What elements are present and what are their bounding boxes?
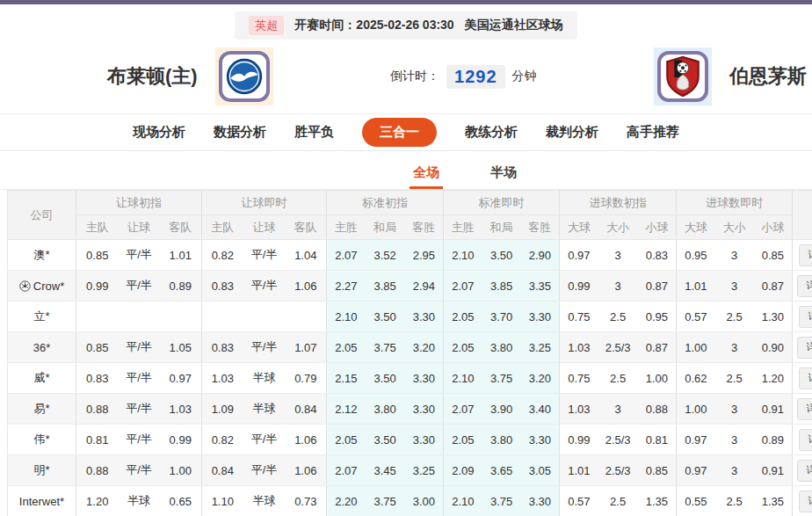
odds-cell: 0.99 (160, 425, 202, 455)
nav-referee-analysis[interactable]: 裁判分析 (546, 124, 598, 141)
odds-cell: 0.87 (638, 271, 677, 302)
period-subtabs: 全场 半场 (0, 151, 812, 190)
nav-win-draw-lose[interactable]: 胜平负 (294, 124, 334, 141)
odds-cell: 3.25 (405, 455, 444, 486)
odds-cell: 0.91 (754, 394, 793, 425)
group-handicap-initial: 让球初指 (76, 191, 202, 215)
odds-cell: 平/半 (243, 425, 286, 455)
odds-cell: 0.97 (677, 425, 715, 455)
group-goals-initial: 进球数初指 (560, 191, 677, 215)
odds-cell: 0.79 (286, 363, 327, 394)
detail-button[interactable]: 详 (797, 337, 812, 359)
company-cell: 明* (8, 455, 76, 486)
odds-cell: 1.03 (560, 332, 598, 363)
col-detail (793, 191, 812, 240)
detail-button[interactable]: 详 (799, 367, 812, 389)
detail-button[interactable]: 详 (797, 460, 812, 482)
odds-cell: 平/半 (243, 332, 286, 363)
football-icon (19, 280, 33, 293)
company-cell: 易* (8, 394, 76, 425)
odds-cell: 0.97 (677, 455, 715, 486)
odds-cell: 0.87 (638, 332, 677, 363)
odds-cell: 2.5/3 (598, 455, 638, 486)
nav-live-analysis[interactable]: 现场分析 (133, 124, 185, 141)
odds-cell: 3.90 (482, 394, 521, 425)
odds-cell: 1.03 (560, 394, 598, 425)
odds-cell: 3.80 (482, 332, 521, 363)
odds-cell: 3.30 (405, 394, 444, 425)
venue-name: 美国运通社区球场 (465, 18, 563, 33)
odds-cell: 3.30 (521, 486, 560, 516)
table-row: 36*0.85平/半1.050.83平/半1.072.053.753.202.0… (8, 332, 812, 363)
away-team-logo (654, 47, 712, 105)
tab-half-match[interactable]: 半场 (487, 164, 520, 189)
odds-cell: 3.35 (521, 271, 560, 302)
odds-cell: 2.05 (327, 425, 366, 455)
odds-cell: 1.07 (286, 332, 327, 363)
subcol: 客胜 (405, 215, 444, 240)
odds-cell: 0.89 (754, 425, 793, 455)
odds-table: 公司 让球初指 让球即时 标准初指 标准即时 进球数初指 进球数即时 主队 让球… (7, 190, 812, 516)
detail-button[interactable]: 详 (799, 429, 812, 451)
odds-cell: 1.00 (677, 394, 715, 425)
odds-cell: 平/半 (243, 240, 286, 271)
odds-cell: 2.07 (327, 455, 366, 486)
odds-cell (160, 302, 202, 332)
detail-button[interactable]: 详 (799, 244, 812, 266)
odds-cell: 3.85 (482, 271, 521, 302)
subcol: 客胜 (521, 215, 560, 240)
odds-cell: 2.05 (327, 332, 366, 363)
nav-three-in-one[interactable]: 三合一 (362, 118, 437, 147)
countdown: 倒计时： 1292 分钟 (390, 65, 537, 89)
odds-cell: 0.75 (560, 363, 598, 394)
subcol: 大球 (677, 215, 715, 240)
odds-cell: 0.57 (560, 486, 598, 516)
odds-cell: 1.30 (754, 302, 793, 332)
detail-button[interactable]: 详 (799, 491, 812, 512)
odds-cell: 0.85 (76, 240, 119, 271)
subcol: 小球 (638, 215, 677, 240)
odds-cell: 0.87 (754, 271, 793, 302)
odds-cell: 2.15 (327, 363, 366, 394)
nav-coach-analysis[interactable]: 教练分析 (465, 124, 518, 141)
odds-cell: 0.85 (754, 240, 793, 271)
bournemouth-crest-icon (665, 56, 700, 97)
group-standard-live: 标准即时 (444, 191, 560, 215)
odds-cell: 3 (715, 394, 754, 425)
odds-cell: 3.75 (482, 363, 521, 394)
odds-cell: 3.30 (405, 363, 444, 394)
odds-cell: 3.70 (482, 302, 521, 332)
odds-cell: 3.80 (482, 425, 521, 455)
nav-expert-picks[interactable]: 高手推荐 (627, 124, 679, 141)
detail-cell: 详 (793, 271, 812, 302)
odds-cell: 2.20 (327, 486, 366, 516)
odds-cell: 1.01 (160, 240, 202, 271)
subcol: 主队 (76, 215, 119, 240)
company-cell: 36* (8, 332, 76, 363)
subcol: 客队 (160, 215, 202, 240)
odds-cell: 0.99 (560, 271, 598, 302)
table-row: Interwet*1.20半球0.651.10半球0.732.203.753.0… (8, 486, 812, 516)
table-row: 澳*0.85平/半1.010.82平/半1.042.073.522.952.10… (8, 240, 812, 271)
odds-cell: 2.5 (715, 486, 754, 516)
nav-data-analysis[interactable]: 数据分析 (214, 124, 266, 141)
odds-cell: 2.10 (444, 240, 482, 271)
detail-button[interactable]: 详 (797, 275, 812, 297)
company-cell: Crow* (8, 271, 76, 302)
tab-full-match[interactable]: 全场 (410, 164, 443, 189)
detail-button[interactable]: 详 (799, 306, 812, 328)
odds-cell: 1.35 (754, 486, 793, 516)
countdown-label: 倒计时： (390, 69, 439, 84)
odds-cell: 半球 (243, 486, 286, 516)
odds-cell: 3.75 (366, 332, 405, 363)
odds-cell: 0.95 (638, 302, 677, 332)
odds-cell: 平/半 (119, 332, 160, 363)
away-logo-frame (657, 51, 708, 102)
odds-cell: 3 (715, 332, 754, 363)
odds-cell: 0.84 (286, 394, 327, 425)
odds-cell: 3.75 (482, 486, 521, 516)
odds-cell: 3 (715, 425, 754, 455)
odds-cell: 3 (715, 240, 754, 271)
odds-cell: 3.52 (366, 240, 405, 271)
detail-button[interactable]: 详 (797, 398, 812, 420)
